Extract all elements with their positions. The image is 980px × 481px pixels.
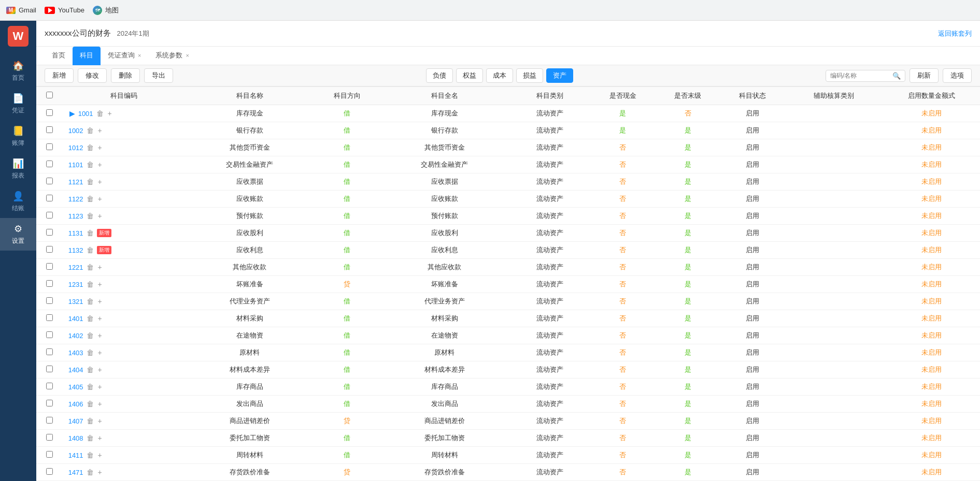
search-input[interactable] — [830, 72, 892, 79]
add-icon[interactable]: + — [97, 142, 103, 153]
back-link[interactable]: 返回账套列 — [938, 30, 972, 37]
delete-icon[interactable]: 🗑 — [86, 194, 95, 204]
delete-icon[interactable]: 🗑 — [86, 365, 95, 375]
row-checkbox[interactable] — [46, 297, 53, 304]
delete-icon[interactable]: 🗑 — [86, 211, 95, 221]
row-checkbox[interactable] — [46, 229, 53, 236]
add-icon[interactable]: + — [97, 467, 103, 477]
add-icon[interactable]: + — [97, 279, 103, 289]
delete-button[interactable]: 删除 — [111, 68, 140, 83]
tab-voucher-close[interactable]: × — [138, 52, 141, 59]
tab-home[interactable]: 首页 — [45, 47, 73, 65]
delete-icon[interactable]: 🗑 — [86, 159, 95, 170]
delete-icon[interactable]: 🗑 — [86, 433, 95, 443]
add-icon[interactable]: + — [97, 194, 103, 204]
add-icon[interactable]: + — [97, 262, 103, 272]
add-icon[interactable]: + — [97, 416, 103, 426]
code-link[interactable]: 1101 — [68, 161, 83, 169]
add-icon[interactable]: + — [97, 125, 103, 136]
code-link[interactable]: 1321 — [68, 298, 83, 305]
add-icon[interactable]: + — [97, 296, 103, 307]
sidebar-item-closing[interactable]: 👤 结账 — [0, 185, 36, 218]
code-link[interactable]: 1402 — [68, 332, 83, 340]
tab-settings[interactable]: 系统参数 × — [148, 47, 196, 65]
delete-icon[interactable]: 🗑 — [86, 467, 95, 477]
add-icon[interactable]: + — [97, 365, 103, 375]
add-icon[interactable]: + — [97, 433, 103, 443]
add-icon[interactable]: + — [97, 313, 103, 324]
delete-icon[interactable]: 🗑 — [86, 125, 95, 136]
add-icon[interactable]: + — [97, 330, 103, 341]
code-link[interactable]: 1012 — [68, 144, 83, 152]
row-checkbox[interactable] — [46, 161, 53, 167]
tab-voucher[interactable]: 凭证查询 × — [101, 47, 148, 65]
delete-icon[interactable]: 🗑 — [86, 313, 95, 324]
delete-icon[interactable]: 🗑 — [86, 399, 95, 409]
export-button[interactable]: 导出 — [144, 68, 173, 83]
code-link[interactable]: 1408 — [68, 434, 83, 442]
row-checkbox[interactable] — [46, 400, 53, 406]
add-icon[interactable]: + — [97, 347, 103, 358]
delete-icon[interactable]: 🗑 — [86, 177, 95, 187]
row-checkbox[interactable] — [46, 126, 53, 133]
delete-icon[interactable]: 🗑 — [86, 262, 95, 272]
code-link[interactable]: 1401 — [68, 315, 83, 323]
add-icon[interactable]: + — [97, 159, 103, 170]
row-checkbox[interactable] — [46, 434, 53, 441]
code-link[interactable]: 1411 — [68, 451, 83, 459]
expand-icon[interactable]: ▶ — [68, 108, 76, 119]
row-checkbox[interactable] — [46, 348, 53, 355]
add-icon[interactable]: + — [97, 177, 103, 187]
code-link[interactable]: 1221 — [68, 264, 83, 271]
filter-cost[interactable]: 成本 — [486, 68, 513, 83]
delete-icon[interactable]: 🗑 — [86, 382, 95, 392]
edit-button[interactable]: 修改 — [78, 68, 107, 83]
row-checkbox[interactable] — [46, 383, 53, 389]
maps-tab[interactable]: 🗺 地图 — [93, 6, 119, 15]
filter-equity[interactable]: 权益 — [456, 68, 483, 83]
select-all-checkbox[interactable] — [46, 92, 53, 98]
code-link[interactable]: 1001 — [78, 110, 93, 118]
add-icon[interactable]: + — [97, 399, 103, 409]
row-checkbox[interactable] — [46, 366, 53, 372]
code-link[interactable]: 1132 — [68, 246, 83, 254]
sidebar-item-ledger[interactable]: 📒 账簿 — [0, 120, 36, 153]
delete-icon[interactable]: 🗑 — [86, 330, 95, 341]
tab-settings-close[interactable]: × — [186, 52, 189, 59]
row-checkbox[interactable] — [46, 178, 53, 184]
code-link[interactable]: 1123 — [68, 212, 83, 220]
code-link[interactable]: 1471 — [68, 469, 83, 476]
row-checkbox[interactable] — [46, 195, 53, 201]
row-checkbox[interactable] — [46, 331, 53, 338]
code-link[interactable]: 1403 — [68, 349, 83, 357]
code-link[interactable]: 1407 — [68, 417, 83, 425]
code-link[interactable]: 1131 — [68, 229, 83, 237]
sidebar-item-voucher[interactable]: 📄 凭证 — [0, 88, 36, 120]
delete-icon[interactable]: 🗑 — [86, 347, 95, 358]
delete-icon[interactable]: 🗑 — [86, 228, 95, 238]
delete-icon[interactable]: 🗑 — [86, 142, 95, 153]
code-link[interactable]: 1122 — [68, 195, 83, 203]
row-checkbox[interactable] — [46, 314, 53, 321]
row-checkbox[interactable] — [46, 246, 53, 253]
filter-liability[interactable]: 负债 — [426, 68, 453, 83]
code-link[interactable]: 1404 — [68, 366, 83, 374]
row-checkbox[interactable] — [46, 468, 53, 475]
delete-icon[interactable]: 🗑 — [95, 108, 105, 119]
filter-asset[interactable]: 资产 — [546, 68, 573, 83]
youtube-tab[interactable]: YouTube — [45, 6, 84, 14]
add-icon[interactable]: + — [97, 450, 103, 460]
row-checkbox[interactable] — [46, 212, 53, 218]
row-checkbox[interactable] — [46, 417, 53, 424]
row-checkbox[interactable] — [46, 109, 53, 116]
add-icon[interactable]: + — [107, 108, 113, 119]
refresh-button[interactable]: 刷新 — [910, 68, 939, 83]
delete-icon[interactable]: 🗑 — [86, 279, 95, 289]
code-link[interactable]: 1405 — [68, 383, 83, 391]
code-link[interactable]: 1002 — [68, 127, 83, 135]
add-icon[interactable]: + — [97, 211, 103, 221]
sidebar-item-settings[interactable]: ⚙ 设置 — [0, 218, 36, 251]
select-button[interactable]: 选项 — [943, 68, 972, 83]
delete-icon[interactable]: 🗑 — [86, 245, 95, 255]
add-icon[interactable]: + — [97, 382, 103, 392]
